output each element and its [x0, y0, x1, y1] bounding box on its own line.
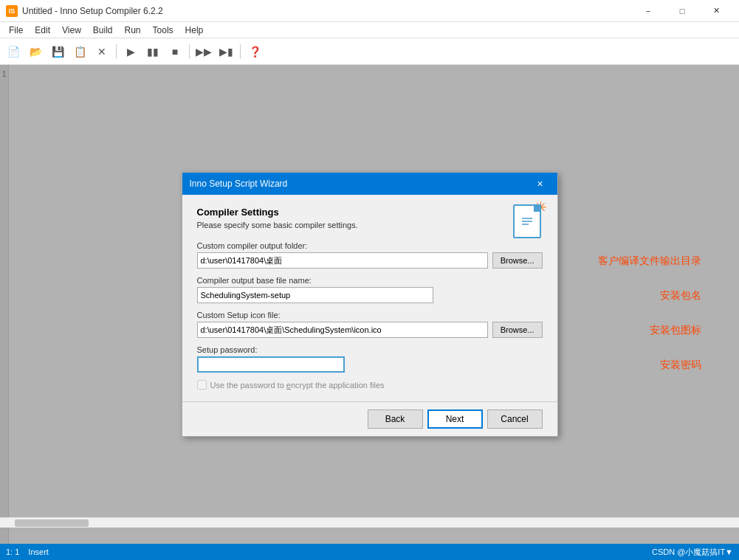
menu-build[interactable]: Build — [87, 24, 119, 37]
minimize-button[interactable]: − — [631, 0, 665, 22]
close-button[interactable]: ✕ — [699, 0, 733, 22]
save-all-button[interactable]: 📋 — [69, 41, 90, 62]
output-folder-row: Browse... — [197, 252, 543, 269]
password-input[interactable] — [197, 356, 345, 373]
section-subtitle: Please specify some basic compiler setti… — [197, 221, 543, 229]
annotation-package-name: 安装包名 — [660, 289, 701, 303]
annotation-package-icon: 安装包图标 — [650, 324, 701, 337]
annotation-output-dir: 客户编译文件输出目录 — [598, 255, 701, 268]
encrypt-underline: e — [286, 381, 291, 390]
restore-button[interactable]: □ — [665, 0, 699, 22]
encrypt-label: Use the password to encrypt the applicat… — [210, 381, 385, 390]
status-left: 1: 1 Insert — [6, 547, 49, 556]
icon-file-row: Browse... — [197, 322, 543, 338]
icon-file-label: Custom Setup icon file: — [197, 311, 543, 319]
compile-button[interactable]: ▶▶ — [193, 41, 214, 62]
run-button[interactable]: ▶ — [120, 41, 141, 62]
icon-file-input[interactable] — [197, 322, 488, 338]
menu-bar: File Edit View Build Run Tools Help — [0, 22, 739, 38]
menu-tools[interactable]: Tools — [147, 24, 179, 37]
dialog-title: Inno Setup Script Wizard — [190, 179, 531, 189]
app-icon: IS — [6, 5, 18, 17]
menu-edit[interactable]: Edit — [29, 24, 56, 37]
base-filename-label: Compiler output base file name: — [197, 276, 543, 285]
section-title: Compiler Settings — [197, 207, 543, 218]
browse-icon-button[interactable]: Browse... — [492, 322, 543, 338]
output-folder-label: Custom compiler output folder: — [197, 241, 543, 250]
scrollbar-thumb[interactable] — [15, 519, 89, 527]
menu-file[interactable]: File — [3, 24, 29, 37]
dialog-title-bar: Inno Setup Script Wizard × — [182, 173, 557, 195]
status-right: CSDN @小魔菇搞IT▼ — [652, 547, 733, 558]
output-folder-input[interactable] — [197, 252, 488, 269]
base-filename-row — [197, 287, 543, 303]
password-label: Setup password: — [197, 345, 543, 354]
password-row — [197, 356, 543, 373]
menu-help[interactable]: Help — [179, 24, 210, 37]
compile-alt-button[interactable]: ▶▮ — [216, 41, 236, 62]
pause-button[interactable]: ▮▮ — [142, 41, 163, 62]
help-button[interactable]: ❓ — [244, 41, 265, 62]
edit-mode: Insert — [28, 547, 49, 556]
horizontal-scrollbar[interactable] — [0, 517, 739, 528]
menu-view[interactable]: View — [56, 24, 87, 37]
toolbar-sep-1 — [116, 44, 117, 59]
title-bar: IS Untitled - Inno Setup Compiler 6.2.2 … — [0, 0, 739, 22]
dialog-overlay: Inno Setup Script Wizard × ✳ — [0, 65, 739, 544]
dialog-footer: Back Next Cancel — [182, 401, 557, 436]
window-controls: − □ ✕ — [631, 0, 733, 22]
status-bar: 1: 1 Insert CSDN @小魔菇搞IT▼ — [0, 544, 739, 560]
status-brand: CSDN @小魔菇搞IT▼ — [652, 547, 733, 558]
cancel-button[interactable]: Cancel — [487, 409, 543, 429]
wizard-icon: ✳ — [508, 202, 546, 241]
next-button[interactable]: Next — [427, 409, 483, 429]
toolbar: 📄 📂 💾 📋 ✕ ▶ ▮▮ ■ ▶▶ ▶▮ ❓ — [0, 38, 739, 65]
stop-button[interactable]: ■ — [165, 41, 185, 62]
browse-output-button[interactable]: Browse... — [492, 252, 543, 269]
open-button[interactable]: 📂 — [25, 41, 46, 62]
toolbar-sep-3 — [240, 44, 241, 59]
dialog-body: ✳ Compiler Settings Please specify some … — [182, 195, 557, 401]
base-filename-input[interactable] — [197, 287, 433, 303]
main-content: 1 Inno Setup Script Wizard × ✳ — [0, 65, 739, 544]
cursor-position: 1: 1 — [6, 547, 19, 556]
window-title: Untitled - Inno Setup Compiler 6.2.2 — [22, 6, 631, 16]
encrypt-row: Use the password to encrypt the applicat… — [197, 380, 543, 390]
dialog-close-button[interactable]: × — [531, 174, 550, 193]
doc-svg — [520, 212, 535, 230]
encrypt-checkbox[interactable] — [197, 380, 207, 390]
wizard-dialog: Inno Setup Script Wizard × ✳ — [182, 172, 558, 437]
document-icon — [513, 204, 541, 238]
back-button[interactable]: Back — [368, 409, 423, 429]
menu-run[interactable]: Run — [119, 24, 147, 37]
toolbar-sep-2 — [189, 44, 190, 59]
close-file-button[interactable]: ✕ — [92, 41, 112, 62]
annotation-password: 安装密码 — [660, 359, 701, 372]
new-button[interactable]: 📄 — [3, 41, 24, 62]
save-button[interactable]: 💾 — [47, 41, 68, 62]
